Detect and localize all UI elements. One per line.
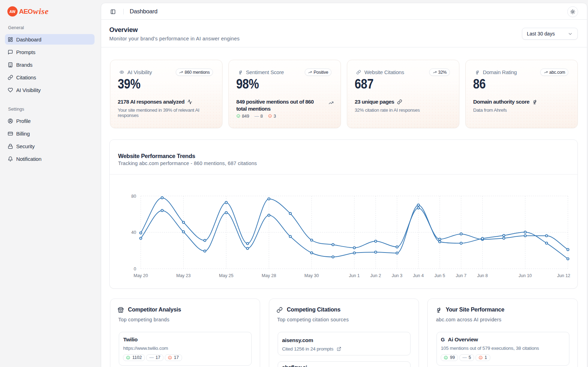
svg-text:Jun 10: Jun 10 [519,273,532,278]
svg-text:May 25: May 25 [219,273,233,278]
svg-text:May 28: May 28 [262,273,276,278]
svg-text:Jun 1: Jun 1 [349,273,360,278]
svg-text:Jun 8: Jun 8 [477,273,488,278]
svg-text:40: 40 [131,230,136,235]
svg-text:0: 0 [134,267,136,271]
svg-text:80: 80 [131,194,136,199]
svg-text:May 30: May 30 [304,273,319,278]
svg-text:Jun 12: Jun 12 [557,273,570,278]
svg-text:Jun 4: Jun 4 [413,273,424,278]
svg-text:Jun 2: Jun 2 [370,273,381,278]
svg-text:Jun 7: Jun 7 [456,273,467,278]
svg-text:May 23: May 23 [176,273,191,278]
svg-text:Jun 3: Jun 3 [392,273,402,278]
svg-text:Jun 5: Jun 5 [434,273,445,278]
svg-text:May 20: May 20 [134,273,148,278]
